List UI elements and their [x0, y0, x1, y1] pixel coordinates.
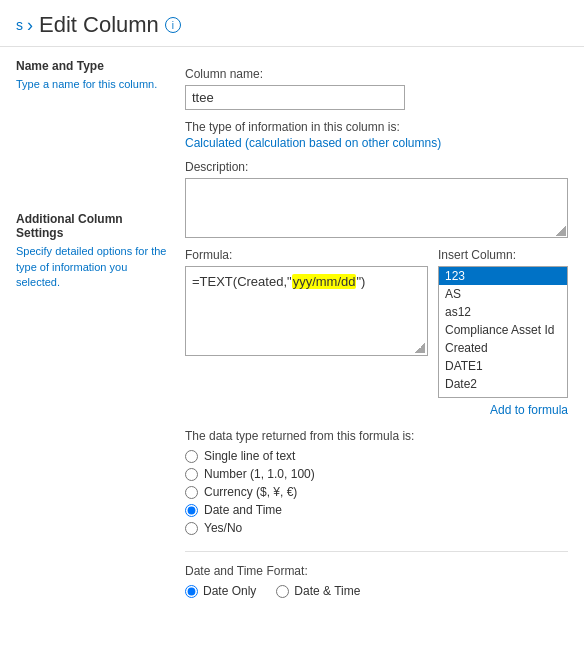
insert-col-item[interactable]: as12 — [439, 303, 567, 321]
insert-col-item[interactable]: Date2 — [439, 375, 567, 393]
left-panel: Name and Type Type a name for this colum… — [0, 59, 185, 598]
format-radio-date_time[interactable] — [276, 585, 289, 598]
radio-label-single_line: Single line of text — [204, 449, 295, 463]
radio-options-container: Single line of textNumber (1, 1.0, 100)C… — [185, 449, 568, 535]
formula-label: Formula: — [185, 248, 428, 262]
page-title: Edit Column — [39, 12, 159, 38]
format-options-container: Date OnlyDate & Time — [185, 584, 568, 598]
radio-label-datetime: Date and Time — [204, 503, 282, 517]
radio-label-currency: Currency ($, ¥, €) — [204, 485, 297, 499]
format-label-date_time: Date & Time — [294, 584, 360, 598]
format-label-date_only: Date Only — [203, 584, 256, 598]
insert-col-item[interactable]: Compliance Asset Id — [439, 321, 567, 339]
datetime-format-section: Date and Time Format: Date OnlyDate & Ti… — [185, 551, 568, 598]
add-to-formula-link[interactable]: Add to formula — [490, 403, 568, 417]
insert-col-item[interactable]: DATE1 — [439, 357, 567, 375]
insert-col-item[interactable]: Hours — [439, 393, 567, 398]
name-type-label: Name and Type — [16, 59, 169, 73]
format-radio-date_only[interactable] — [185, 585, 198, 598]
data-type-label: The data type returned from this formula… — [185, 429, 568, 443]
datetime-format-label: Date and Time Format: — [185, 564, 568, 578]
format-option-date_time: Date & Time — [276, 584, 360, 598]
format-option-date_only: Date Only — [185, 584, 256, 598]
formula-text-before: =TEXT(Created," — [192, 274, 292, 289]
radio-option-number: Number (1, 1.0, 100) — [185, 467, 568, 481]
column-name-input[interactable] — [185, 85, 405, 110]
column-name-label: Column name: — [185, 67, 568, 81]
formula-input[interactable]: =TEXT(Created,"yyy/mm/dd") — [185, 266, 428, 356]
formula-section: Formula: =TEXT(Created,"yyy/mm/dd") Inse… — [185, 248, 568, 398]
breadcrumb: s — [16, 17, 23, 33]
description-textarea[interactable] — [185, 178, 568, 238]
additional-col-desc: Specify detailed options for the type of… — [16, 244, 169, 290]
calc-text: Calculated (calculation based on other c… — [185, 136, 568, 150]
insert-col-item[interactable]: 123 — [439, 267, 567, 285]
insert-col-item[interactable]: AS — [439, 285, 567, 303]
radio-option-yesno: Yes/No — [185, 521, 568, 535]
radio-input-single_line[interactable] — [185, 450, 198, 463]
formula-highlight: yyy/mm/dd — [292, 274, 357, 289]
additional-col-label: Additional Column Settings — [16, 212, 169, 240]
formula-right: Insert Column: 123ASas12Compliance Asset… — [438, 248, 568, 398]
right-panel: Column name: The type of information in … — [185, 59, 584, 598]
insert-col-label: Insert Column: — [438, 248, 568, 262]
radio-input-datetime[interactable] — [185, 504, 198, 517]
radio-input-yesno[interactable] — [185, 522, 198, 535]
page-header: s › Edit Column i — [0, 0, 584, 47]
radio-label-yesno: Yes/No — [204, 521, 242, 535]
name-type-desc: Type a name for this column. — [16, 77, 169, 92]
radio-option-datetime: Date and Time — [185, 503, 568, 517]
description-label: Description: — [185, 160, 568, 174]
radio-option-single_line: Single line of text — [185, 449, 568, 463]
radio-label-number: Number (1, 1.0, 100) — [204, 467, 315, 481]
data-type-section: The data type returned from this formula… — [185, 429, 568, 535]
formula-text-after: ") — [356, 274, 365, 289]
desc-resize-handle — [556, 226, 566, 236]
formula-left: Formula: =TEXT(Created,"yyy/mm/dd") — [185, 248, 428, 356]
radio-option-currency: Currency ($, ¥, €) — [185, 485, 568, 499]
formula-resize-handle — [415, 343, 425, 353]
radio-input-currency[interactable] — [185, 486, 198, 499]
insert-col-list[interactable]: 123ASas12Compliance Asset IdCreatedDATE1… — [438, 266, 568, 398]
radio-input-number[interactable] — [185, 468, 198, 481]
insert-col-item[interactable]: Created — [439, 339, 567, 357]
content-area: Name and Type Type a name for this colum… — [0, 59, 584, 598]
breadcrumb-separator: › — [27, 15, 33, 36]
add-to-formula-container: Add to formula — [185, 402, 568, 417]
info-icon[interactable]: i — [165, 17, 181, 33]
info-text-line1: The type of information in this column i… — [185, 120, 568, 134]
description-wrapper — [185, 178, 568, 238]
